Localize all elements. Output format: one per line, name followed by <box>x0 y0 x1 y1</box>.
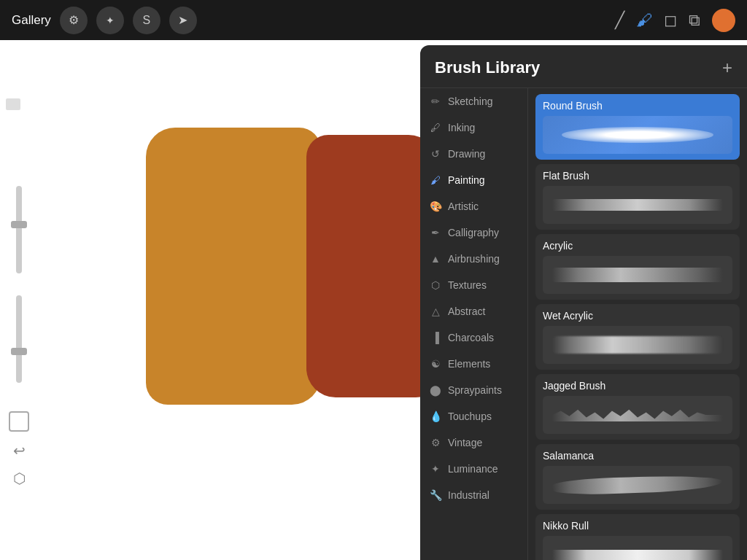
size-slider-thumb[interactable] <box>11 221 27 228</box>
brush-item-salamanca[interactable]: Salamanca <box>535 444 740 510</box>
sidebar-item-label: Charcoals <box>448 332 494 343</box>
brush-preview-acrylic <box>543 256 732 294</box>
pencil-icon: ╱ <box>615 11 624 29</box>
abstract-icon: △ <box>429 306 442 317</box>
spraypaints-icon: ⬤ <box>429 384 442 396</box>
pencil-tool-button[interactable]: ╱ <box>615 11 624 30</box>
sidebar-item-elements[interactable]: ☯ Elements <box>420 351 527 377</box>
sidebar-item-luminance[interactable]: ✦ Luminance <box>420 456 527 482</box>
brush-item-nikko-rull[interactable]: Nikko Rull <box>535 514 740 560</box>
brush-name-round-brush: Round Brush <box>543 100 732 112</box>
wet-acrylic-stroke <box>543 326 732 364</box>
calligraphy-icon: ✒ <box>429 227 442 238</box>
brush-name-acrylic: Acrylic <box>543 240 732 252</box>
brush-item-wet-acrylic[interactable]: Wet Acrylic <box>535 304 740 370</box>
categories-list: ✏ Sketching 🖋 Inking ↺ Drawing 🖌 Paintin… <box>420 88 528 560</box>
left-tools <box>6 98 32 110</box>
sidebar-item-calligraphy[interactable]: ✒ Calligraphy <box>420 219 527 246</box>
layer-square-button[interactable] <box>9 411 29 432</box>
brush-name-jagged-brush: Jagged Brush <box>543 380 732 392</box>
brush-name-wet-acrylic: Wet Acrylic <box>543 310 732 322</box>
action-button[interactable]: ⬡ <box>9 470 29 487</box>
sidebar-item-vintage[interactable]: ⚙ Vintage <box>420 429 527 456</box>
bottom-left-icons: ↩ ⬡ <box>9 411 29 487</box>
sidebar-item-industrial[interactable]: 🔧 Industrial <box>420 482 527 508</box>
sidebar-item-painting[interactable]: 🖌 Painting <box>420 167 527 193</box>
panel-body: ✏ Sketching 🖋 Inking ↺ Drawing 🖌 Paintin… <box>420 88 747 560</box>
brush-preview-wet-acrylic <box>543 326 732 364</box>
round-brush-stroke <box>543 116 732 154</box>
left-sliders <box>6 186 32 383</box>
gallery-button[interactable]: Gallery <box>12 13 51 28</box>
sidebar-item-inking[interactable]: 🖋 Inking <box>420 114 527 141</box>
smudge-button[interactable]: S <box>133 7 160 34</box>
flat-brush-stroke <box>543 186 732 224</box>
opacity-slider[interactable] <box>16 295 22 383</box>
sidebar-item-charcoals[interactable]: ▐ Charcoals <box>420 324 527 351</box>
arrow-icon: ➤ <box>178 13 187 27</box>
sketching-icon: ✏ <box>429 96 442 107</box>
brush-tool-button[interactable]: 🖌 <box>636 11 652 30</box>
jagged-stroke <box>543 396 732 434</box>
arrow-button[interactable]: ➤ <box>169 7 197 34</box>
top-bar-right: ╱ 🖌 ◻ ⧉ <box>615 9 735 32</box>
panel-title: Brush Library <box>435 58 540 77</box>
eraser-tool-button[interactable]: ◻ <box>664 11 677 30</box>
layers-button[interactable]: ⧉ <box>689 11 700 30</box>
sidebar-item-label: Touchups <box>448 411 492 422</box>
brush-item-round-brush[interactable]: Round Brush <box>535 94 740 160</box>
sidebar-item-label: Drawing <box>448 148 485 160</box>
add-brush-button[interactable]: + <box>722 59 732 77</box>
sidebar-item-label: Airbrushing <box>448 253 500 265</box>
painting-icon: 🖌 <box>429 174 442 186</box>
wrench-button[interactable]: ⚙ <box>60 7 88 34</box>
brush-preview-flat-brush <box>543 186 732 224</box>
sidebar-item-label: Sketching <box>448 96 492 107</box>
salamanca-stroke <box>543 466 732 504</box>
sidebar-item-label: Abstract <box>448 306 485 317</box>
sidebar-item-sketching[interactable]: ✏ Sketching <box>420 88 527 114</box>
brush-item-acrylic[interactable]: Acrylic <box>535 234 740 300</box>
textures-icon: ⬡ <box>429 279 442 291</box>
brush-name-flat-brush: Flat Brush <box>543 170 732 182</box>
brush-item-flat-brush[interactable]: Flat Brush <box>535 164 740 230</box>
luminance-icon: ✦ <box>429 463 442 475</box>
brush-preview-round-brush <box>543 116 732 154</box>
charcoals-icon: ▐ <box>429 332 442 343</box>
wrench-icon: ⚙ <box>69 13 79 27</box>
undo-button[interactable]: ↩ <box>9 442 29 459</box>
user-avatar[interactable] <box>712 9 735 32</box>
brush-item-jagged-brush[interactable]: Jagged Brush <box>535 374 740 440</box>
sidebar-item-abstract[interactable]: △ Abstract <box>420 298 527 324</box>
artistic-icon: 🎨 <box>429 201 442 212</box>
brush-name-nikko-rull: Nikko Rull <box>543 520 732 532</box>
paint-stroke-gold <box>146 128 321 405</box>
inking-icon: 🖋 <box>429 122 442 133</box>
sidebar-item-label: Textures <box>448 279 487 291</box>
layers-icon: ⧉ <box>689 11 700 29</box>
touchups-icon: 💧 <box>429 411 442 422</box>
vintage-icon: ⚙ <box>429 437 442 448</box>
brush-preview-jagged-brush <box>543 396 732 434</box>
brush-name-salamanca: Salamanca <box>543 450 732 462</box>
sidebar-item-label: Vintage <box>448 437 482 448</box>
sidebar-item-drawing[interactable]: ↺ Drawing <box>420 141 527 167</box>
sidebar-item-touchups[interactable]: 💧 Touchups <box>420 403 527 429</box>
sidebar-item-textures[interactable]: ⬡ Textures <box>420 272 527 298</box>
size-slider[interactable] <box>16 186 22 273</box>
adjust-button[interactable]: ✦ <box>96 7 124 34</box>
top-toolbar: Gallery ⚙ ✦ S ➤ ╱ 🖌 ◻ ⧉ <box>0 0 747 40</box>
opacity-slider-thumb[interactable] <box>11 348 27 355</box>
sidebar-item-spraypaints[interactable]: ⬤ Spraypaints <box>420 377 527 403</box>
industrial-icon: 🔧 <box>429 489 442 501</box>
brush-icon: 🖌 <box>636 11 652 29</box>
sidebar-item-label: Calligraphy <box>448 227 499 238</box>
nikko-stroke <box>543 536 732 560</box>
adjust-icon: ✦ <box>106 15 115 26</box>
sidebar-item-label: Painting <box>448 174 485 186</box>
eraser-icon: ◻ <box>664 11 677 29</box>
left-tool-1[interactable] <box>6 98 20 110</box>
sidebar-item-artistic[interactable]: 🎨 Artistic <box>420 193 527 219</box>
sidebar-item-airbrushing[interactable]: ▲ Airbrushing <box>420 246 527 272</box>
sidebar-item-label: Artistic <box>448 201 479 212</box>
